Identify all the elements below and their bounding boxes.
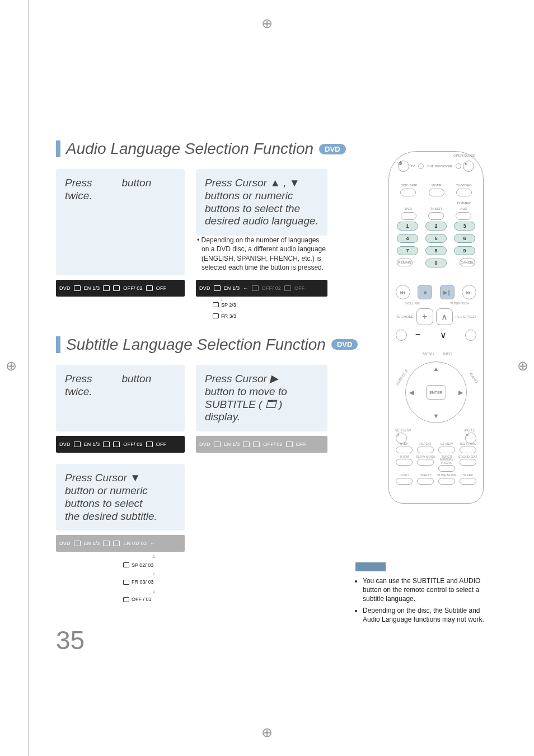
step-text: display.	[205, 411, 240, 422]
play-pause-button[interactable]: ▶∥	[440, 285, 455, 299]
lang-option: SP 2/3	[221, 302, 236, 308]
audio-icon	[74, 442, 81, 447]
tune-up-button[interactable]: ∧	[436, 308, 453, 325]
remain-button[interactable]: REMAIN	[397, 259, 413, 266]
label: TUNER MEMORY P.SCAN	[437, 456, 456, 465]
subtitle-option: FR 03/ 03	[132, 578, 154, 586]
step-button[interactable]	[396, 447, 413, 453]
key-1[interactable]: 1	[397, 222, 418, 231]
audio-icon	[214, 285, 221, 291]
osd-subtitle: OFF/ 02	[123, 285, 142, 291]
step-text: twice.	[65, 386, 92, 397]
note-heading-bar	[355, 562, 386, 571]
key-8[interactable]: 8	[425, 246, 447, 255]
key-3[interactable]: 3	[454, 222, 475, 231]
label-pl2-mode: PL II MODE	[396, 315, 414, 318]
label-receiver: DVD RECEIVER	[427, 165, 452, 168]
key-5[interactable]: 5	[425, 234, 447, 243]
tv-video-button[interactable]	[456, 189, 472, 196]
ez-view-button[interactable]	[438, 447, 455, 453]
label-openclose: OPEN/CLOSE	[453, 154, 475, 157]
key-2[interactable]: 2	[425, 222, 447, 231]
cursor-right-button[interactable]: ▶	[458, 389, 463, 396]
repeat-button[interactable]	[417, 447, 434, 453]
label: LOGO	[395, 474, 414, 477]
subtitle-step-1: Press button twice.	[56, 365, 185, 431]
step-text: Press	[65, 373, 92, 384]
osd-dvd: DVD	[59, 285, 71, 291]
osd-audio-lang: EN 1/3	[84, 541, 100, 546]
power-button[interactable]: ⏻	[398, 161, 409, 172]
tv-indicator[interactable]	[418, 163, 424, 169]
remote-bottom-grid: STEP REPEAT EZ VIEW TEST TONE ZOOM SLOW …	[395, 443, 477, 487]
aux-button[interactable]	[456, 212, 471, 220]
audio-step-note: • Depending on the number of languages o…	[196, 236, 327, 272]
label: DVD	[405, 207, 412, 210]
pl2-mode-button[interactable]	[396, 330, 407, 341]
prev-button[interactable]: ⏮	[396, 285, 410, 299]
label-volume: VOLUME	[399, 302, 427, 305]
logo-button[interactable]	[396, 478, 413, 485]
step-text: button or numeric	[65, 485, 148, 496]
step-text: Press Cursor ▼	[65, 472, 140, 483]
tune-down-button[interactable]: ∨	[440, 330, 457, 346]
dvd-button[interactable]	[401, 212, 416, 220]
key-6[interactable]: 6	[454, 234, 475, 243]
key-4[interactable]: 4	[397, 234, 418, 243]
next-button[interactable]: ⏭	[462, 285, 476, 299]
osd-audio-lang: EN 1/3	[224, 442, 240, 447]
slow-button[interactable]	[417, 459, 434, 466]
label-tuning: TUNING/CH	[446, 302, 474, 305]
volume-down-button[interactable]: −	[415, 330, 432, 346]
osd-subtitle: OFF/ 02	[263, 442, 282, 447]
dpad: ▲ ▼ ◀ ▶ ENTER	[405, 361, 467, 423]
sleep-button[interactable]	[460, 478, 476, 485]
cursor-up-button[interactable]: ▲	[433, 365, 439, 372]
zoom-button[interactable]	[396, 459, 413, 466]
key-9[interactable]: 9	[454, 246, 475, 255]
repeat-icon	[284, 285, 291, 291]
cancel-button[interactable]: CANCEL	[460, 259, 475, 266]
enter-button[interactable]: ENTER	[426, 385, 446, 400]
label: REPEAT	[416, 443, 435, 446]
osd-repeat: OFF	[294, 285, 305, 291]
osd-display-subtitle-2: DVD EN 1/3 OFF/ 02 OFF	[196, 436, 327, 453]
label-return: RETURN	[395, 428, 411, 432]
subtitle-option: SP 02/ 03	[132, 561, 153, 569]
eject-button[interactable]: ▲	[463, 161, 474, 172]
digest-button[interactable]	[417, 478, 434, 485]
step-text: twice.	[65, 190, 92, 201]
osd-dvd: DVD	[59, 442, 71, 447]
cursor-down-button[interactable]: ▼	[433, 412, 439, 419]
tuner-button[interactable]	[428, 212, 444, 220]
osd-audio-lang: EN 1/3	[84, 285, 100, 291]
stop-button[interactable]: ■	[418, 285, 432, 299]
label: DISC SKIP	[400, 184, 417, 187]
sound-edit-button[interactable]	[460, 459, 476, 466]
label: SOUND EDIT	[458, 456, 477, 459]
audio-icon	[74, 285, 81, 291]
label: STEP	[395, 443, 414, 446]
transport-controls: ⏮ ■ ▶∥ ⏭	[396, 285, 476, 299]
disc-skip-button[interactable]	[400, 189, 416, 196]
tuner-memory-button[interactable]	[438, 465, 455, 472]
dolby-icon	[103, 541, 110, 546]
subtitle-icon	[123, 597, 129, 602]
receiver-indicator[interactable]	[456, 163, 461, 169]
key-0[interactable]: 0	[425, 259, 447, 267]
section-bar-icon	[56, 336, 60, 353]
slide-mode-button[interactable]	[438, 478, 455, 485]
label: TV/VIDEO	[456, 184, 472, 187]
label: EZ VIEW	[437, 443, 456, 446]
osd-dvd: DVD	[59, 541, 71, 546]
volume-up-button[interactable]: +	[416, 308, 433, 325]
key-7[interactable]: 7	[397, 246, 418, 255]
registration-mark-right: ⊕	[517, 358, 528, 374]
test-tone-button[interactable]	[460, 447, 476, 453]
mode-button[interactable]	[429, 189, 444, 196]
dvd-badge: DVD	[319, 144, 345, 154]
cursor-left-button[interactable]: ◀	[409, 389, 414, 396]
osd-dvd: DVD	[199, 285, 210, 291]
pl2-effect-button[interactable]	[465, 330, 476, 341]
note-item: Depending on the disc, the Subtitle and …	[363, 606, 495, 624]
